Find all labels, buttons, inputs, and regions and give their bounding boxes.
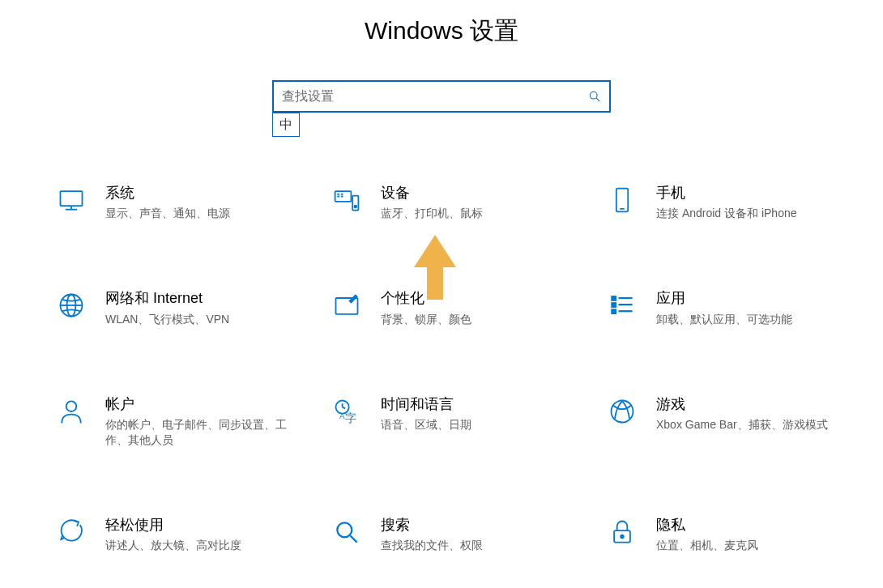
tile-desc: 你的帐户、电子邮件、同步设置、工作、其他人员 <box>105 417 300 448</box>
svg-rect-2 <box>61 191 83 206</box>
svg-line-32 <box>351 535 357 542</box>
ime-indicator[interactable]: 中 <box>272 113 300 137</box>
tile-desc: 语音、区域、日期 <box>381 417 471 432</box>
search-container: 中 <box>272 80 611 113</box>
tile-devices[interactable]: 设备 蓝牙、打印机、鼠标 <box>331 184 590 221</box>
personalization-icon <box>331 289 363 322</box>
tile-personalization[interactable]: 个性化 背景、锁屏、颜色 <box>331 289 590 326</box>
tile-phone[interactable]: 手机 连接 Android 设备和 iPhone <box>606 184 865 221</box>
tile-desc: 背景、锁屏、颜色 <box>381 312 471 327</box>
tile-system[interactable]: 系统 显示、声音、通知、电源 <box>55 184 314 221</box>
tile-accounts[interactable]: 帐户 你的帐户、电子邮件、同步设置、工作、其他人员 <box>55 395 314 448</box>
phone-icon <box>606 184 638 216</box>
tile-title: 应用 <box>656 289 792 308</box>
tile-title: 帐户 <box>105 395 300 414</box>
tile-desc: WLAN、飞行模式、VPN <box>105 312 229 327</box>
search-icon <box>588 90 601 103</box>
tile-time-language[interactable]: 字 A 时间和语言 语音、区域、日期 <box>331 395 590 448</box>
person-icon <box>55 395 87 428</box>
tile-title: 网络和 Internet <box>105 289 229 308</box>
ease-of-access-icon <box>55 516 87 548</box>
devices-icon <box>331 184 363 216</box>
tile-title: 轻松使用 <box>105 516 241 535</box>
search-box[interactable] <box>272 80 611 113</box>
tile-desc: 查找我的文件、权限 <box>381 538 483 553</box>
system-icon <box>55 184 87 216</box>
time-language-icon: 字 A <box>331 395 363 428</box>
tile-desc: 讲述人、放大镜、高对比度 <box>105 538 241 553</box>
tile-title: 设备 <box>381 184 483 202</box>
gaming-icon <box>606 395 638 428</box>
lock-icon <box>606 516 638 548</box>
tile-desc: 蓝牙、打印机、鼠标 <box>381 206 483 221</box>
tile-title: 系统 <box>105 184 230 202</box>
svg-line-1 <box>596 98 599 101</box>
tile-desc: 位置、相机、麦克风 <box>656 538 758 553</box>
globe-icon <box>55 289 87 322</box>
apps-icon <box>606 289 638 322</box>
svg-rect-17 <box>336 298 358 314</box>
search-input[interactable] <box>282 89 582 104</box>
svg-text:A: A <box>339 411 345 420</box>
svg-point-30 <box>612 400 633 422</box>
tile-desc: 卸载、默认应用、可选功能 <box>656 312 792 327</box>
tile-desc: 显示、声音、通知、电源 <box>105 206 230 221</box>
tile-apps[interactable]: 应用 卸载、默认应用、可选功能 <box>606 289 865 326</box>
tile-network[interactable]: 网络和 Internet WLAN、飞行模式、VPN <box>55 289 314 326</box>
svg-point-0 <box>590 92 597 99</box>
page-title: Windows 设置 <box>0 0 883 48</box>
svg-text:字: 字 <box>345 411 356 424</box>
tile-title: 隐私 <box>656 516 758 535</box>
tile-desc: 连接 Android 设备和 iPhone <box>656 206 797 221</box>
svg-rect-20 <box>612 304 616 308</box>
tile-desc: Xbox Game Bar、捕获、游戏模式 <box>656 417 828 432</box>
tile-title: 搜索 <box>381 516 483 535</box>
svg-point-11 <box>354 206 356 208</box>
svg-rect-18 <box>612 296 616 300</box>
svg-point-24 <box>66 401 77 411</box>
tile-gaming[interactable]: 游戏 Xbox Game Bar、捕获、游戏模式 <box>606 395 865 448</box>
tile-privacy[interactable]: 隐私 位置、相机、麦克风 <box>606 516 865 553</box>
tile-title: 时间和语言 <box>381 395 471 414</box>
tile-title: 个性化 <box>381 289 471 308</box>
tile-title: 手机 <box>656 184 797 202</box>
tile-title: 游戏 <box>656 395 828 414</box>
svg-line-27 <box>343 407 346 408</box>
svg-rect-22 <box>612 310 616 314</box>
search-tile-icon <box>331 516 363 548</box>
tile-search[interactable]: 搜索 查找我的文件、权限 <box>331 516 590 553</box>
svg-point-34 <box>621 535 624 538</box>
tile-ease-of-access[interactable]: 轻松使用 讲述人、放大镜、高对比度 <box>55 516 314 553</box>
svg-point-31 <box>337 522 352 537</box>
settings-grid: 系统 显示、声音、通知、电源 设备 蓝牙、打印机、鼠标 手机 <box>55 184 865 553</box>
